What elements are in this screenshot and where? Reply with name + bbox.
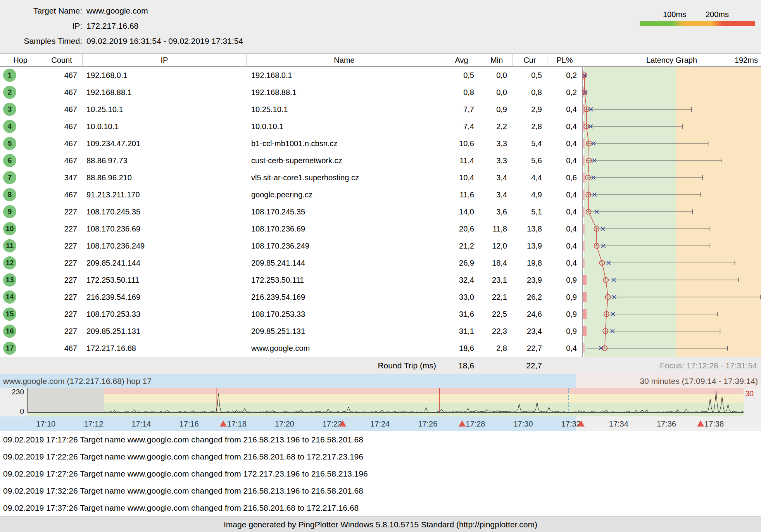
round-trip-cur: 22,7: [513, 357, 547, 374]
pl-cell: 0,4: [547, 101, 582, 118]
latency-graph-cell: [582, 135, 761, 152]
avg-cell: 7,7: [442, 101, 481, 118]
col-header-cur: Cur: [513, 54, 547, 66]
latency-graph-cell: [582, 169, 761, 186]
hop-row-16: 16227209.85.251.131209.85.251.13131,122,…: [0, 323, 761, 340]
hop-row-14: 14227216.239.54.169216.239.54.16933,022,…: [0, 288, 761, 306]
latency-graph-cell: [582, 237, 761, 254]
count-cell: 227: [41, 254, 83, 271]
name-cell: vl5.sit-ar-core1.superhosting.cz: [247, 169, 442, 186]
pl-cell: 0,4: [547, 186, 582, 203]
avg-cell: 32,4: [442, 271, 481, 288]
time-tick-17:10: 17:10: [36, 420, 55, 428]
col-header-hop: Hop: [0, 54, 41, 66]
cur-cell: 0,8: [513, 84, 547, 101]
hops-table-body: 1467192.168.0.1192.168.0.10,50,00,50,224…: [0, 67, 761, 357]
min-cell: 3,3: [481, 135, 513, 152]
latency-graph-cell: [582, 203, 761, 220]
min-cell: 22,5: [481, 306, 513, 323]
name-cell: 192.168.0.1: [247, 67, 442, 84]
cur-cell: 5,1: [513, 203, 547, 220]
hop-row-12: 12227209.85.241.144209.85.241.14426,918,…: [0, 254, 761, 271]
hop-number-badge: 14: [0, 288, 41, 306]
pl-cell: 0,2: [547, 84, 582, 101]
latency-graph-cell: [582, 288, 761, 306]
log-line: 09.02.2019 17:37:26 Target name www.goog…: [0, 499, 761, 516]
cur-cell: 13,9: [513, 237, 547, 254]
name-cell: 10.25.10.1: [247, 101, 442, 118]
ip-cell: 172.253.50.111: [83, 271, 247, 288]
hop-row-7: 734788.86.96.210vl5.sit-ar-core1.superho…: [0, 169, 761, 186]
hops-table-header: Hop Count IP Name Avg Min Cur PL% Latenc…: [0, 54, 761, 67]
latency-graph-cell: [582, 340, 761, 357]
event-log: 09.02.2019 17:17:26 Target name www.goog…: [0, 431, 761, 516]
time-tick-17:20: 17:20: [275, 420, 294, 428]
samples-timed-label: Samples Timed:: [0, 33, 82, 48]
pl-cell: 0,6: [547, 169, 582, 186]
hop-row-11: 11227108.170.236.249108.170.236.24921,21…: [0, 237, 761, 254]
cur-cell: 0,5: [513, 67, 547, 84]
name-cell: b1-ccl-mb1001.n.cbsn.cz: [247, 135, 442, 152]
timeline-header-band: www.google.com (172.217.16.68) hop 17 30…: [0, 374, 761, 388]
log-line: 09.02.2019 17:27:26 Target name www.goog…: [0, 465, 761, 482]
avg-cell: 18,6: [442, 340, 481, 357]
right-scale-label: 30: [745, 389, 754, 398]
latency-graph-cell: [582, 101, 761, 118]
cur-cell: 2,9: [513, 101, 547, 118]
name-cell: 108.170.245.35: [247, 203, 442, 220]
hop-number-badge: 2: [0, 84, 41, 101]
min-cell: 3,6: [481, 203, 513, 220]
time-tick-17:30: 17:30: [514, 420, 533, 428]
hop-row-2: 2467192.168.88.1192.168.88.10,80,00,80,2: [0, 84, 761, 101]
min-cell: 23,1: [481, 271, 513, 288]
cur-cell: 19,8: [513, 254, 547, 271]
col-header-pl: PL%: [547, 54, 582, 66]
legend-gradient-bar: [640, 21, 755, 26]
log-line: 09.02.2019 17:32:26 Target name www.goog…: [0, 482, 761, 499]
min-cell: 22,3: [481, 323, 513, 340]
cur-cell: 24,6: [513, 306, 547, 323]
min-cell: 11,8: [481, 220, 513, 237]
ip-cell: 192.168.88.1: [83, 84, 247, 101]
count-cell: 467: [41, 186, 83, 203]
round-trip-label: Round Trip (ms): [247, 357, 442, 374]
count-cell: 227: [41, 203, 83, 220]
min-cell: 0,0: [481, 67, 513, 84]
hop-number-badge: 6: [0, 152, 41, 169]
min-cell: 22,1: [481, 288, 513, 306]
cur-cell: 2,8: [513, 118, 547, 135]
avg-cell: 11,6: [442, 186, 481, 203]
route-change-marker: [220, 420, 227, 427]
name-cell: 108.170.236.69: [247, 220, 442, 237]
ip-cell: 209.85.251.131: [83, 323, 247, 340]
samples-timed-row: Samples Timed: 09.02.2019 16:31:54 - 09.…: [0, 33, 761, 48]
hop-row-8: 846791.213.211.170google.peering.cz11,63…: [0, 186, 761, 203]
ip-cell: 91.213.211.170: [83, 186, 247, 203]
hop-number-badge: 13: [0, 271, 41, 288]
log-line: 09.02.2019 17:17:26 Target name www.goog…: [0, 431, 761, 448]
pl-cell: 0,9: [547, 306, 582, 323]
avg-cell: 31,6: [442, 306, 481, 323]
min-cell: 12,0: [481, 237, 513, 254]
timeline-plot: 230 0 30: [0, 388, 761, 416]
avg-cell: 20,6: [442, 220, 481, 237]
col-header-min: Min: [481, 54, 513, 66]
count-cell: 227: [41, 271, 83, 288]
ip-cell: 109.234.47.201: [83, 135, 247, 152]
ip-cell: 108.170.253.33: [83, 306, 247, 323]
avg-cell: 0,5: [442, 67, 481, 84]
hop-row-1: 1467192.168.0.1192.168.0.10,50,00,50,2: [0, 67, 761, 84]
name-cell: google.peering.cz: [247, 186, 442, 203]
avg-cell: 26,9: [442, 254, 481, 271]
ip-cell: 88.86.96.210: [83, 169, 247, 186]
avg-cell: 10,4: [442, 169, 481, 186]
min-cell: 2,2: [481, 118, 513, 135]
count-cell: 467: [41, 118, 83, 135]
hop-number-badge: 11: [0, 237, 41, 254]
hop-number-badge: 1: [0, 67, 41, 84]
time-tick-17:36: 17:36: [657, 420, 676, 428]
ip-cell: 108.170.236.69: [83, 220, 247, 237]
hop-row-6: 646788.86.97.73cust-cerb-supernetwork.cz…: [0, 152, 761, 169]
latency-graph-cell: [582, 118, 761, 135]
hop-number-badge: 10: [0, 220, 41, 237]
